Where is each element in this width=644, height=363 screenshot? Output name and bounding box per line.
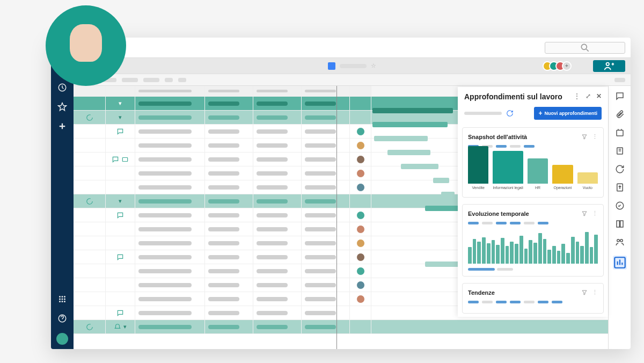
card-more-icon[interactable]: ⋮ [592, 133, 598, 141]
comment-icon[interactable] [116, 309, 124, 317]
assignee-avatar[interactable] [356, 169, 365, 178]
filter-icon[interactable] [581, 289, 588, 296]
toolbar-item[interactable] [178, 78, 186, 82]
insights-panel-icon[interactable] [613, 256, 627, 270]
snapshot-bar-chart: VenditeInformazioni legaliHROperazioniVu… [468, 152, 598, 190]
assignee-avatar[interactable] [356, 295, 365, 303]
assignee-avatar[interactable] [356, 141, 365, 150]
card-legend [468, 301, 598, 303]
insights-panel: Approfondimenti sul lavoro ⋮ ⤢ ✕ + Nuovi… [458, 87, 608, 317]
formatting-toolbar [74, 74, 631, 86]
svg-point-6 [62, 299, 63, 300]
card-more-icon[interactable]: ⋮ [592, 289, 598, 296]
right-nav-rail [608, 86, 631, 349]
publish-panel-icon[interactable] [615, 183, 625, 192]
new-insights-button[interactable]: + Nuovi approfondimenti [534, 107, 602, 120]
evolution-bar-chart [468, 229, 598, 264]
toolbar-more[interactable] [614, 78, 625, 82]
top-bar: smartsheet [74, 38, 631, 58]
comment-icon[interactable] [112, 156, 119, 163]
assignee-avatar[interactable] [356, 267, 365, 275]
proof-icon[interactable] [121, 156, 129, 163]
left-nav-rail [51, 38, 74, 349]
refresh-icon[interactable] [506, 110, 514, 117]
svg-point-7 [64, 299, 65, 300]
presence-more[interactable]: + [562, 61, 572, 71]
share-button[interactable] [593, 60, 625, 72]
svg-rect-20 [620, 221, 623, 227]
assignee-avatar[interactable] [356, 239, 365, 248]
assignee-avatar[interactable] [356, 155, 365, 164]
user-avatar-large [46, 5, 126, 86]
svg-point-9 [62, 301, 63, 302]
help-icon[interactable] [57, 314, 67, 323]
proofs-panel-icon[interactable] [615, 128, 625, 137]
attachment-icon[interactable] [86, 323, 93, 331]
svg-point-4 [64, 296, 65, 297]
svg-point-13 [606, 62, 610, 66]
svg-point-8 [59, 301, 61, 302]
update-requests-icon[interactable] [615, 164, 625, 174]
trends-card: Tendenze ⋮ [462, 283, 604, 314]
assignee-avatar[interactable] [356, 211, 365, 220]
global-search[interactable] [545, 42, 625, 54]
attachment-icon[interactable] [86, 114, 93, 121]
brandfolder-panel-icon[interactable] [615, 146, 625, 156]
card-more-icon[interactable]: ⋮ [592, 210, 598, 217]
app-window: smartsheet ☆ + [51, 38, 631, 349]
svg-rect-14 [122, 157, 127, 161]
filter-icon[interactable] [581, 133, 588, 141]
comment-icon[interactable] [116, 128, 124, 135]
insights-title: Approfondimenti sul lavoro [464, 92, 569, 101]
svg-rect-15 [617, 130, 623, 136]
svg-point-3 [62, 296, 63, 297]
svg-point-2 [59, 296, 61, 297]
more-icon[interactable]: ⋮ [574, 92, 580, 100]
toolbar-item[interactable] [165, 78, 173, 82]
svg-point-10 [64, 301, 65, 302]
svg-point-22 [620, 239, 623, 242]
expand-icon[interactable]: ⤢ [586, 92, 591, 100]
comments-panel-icon[interactable] [615, 91, 625, 101]
svg-point-12 [581, 44, 587, 49]
svg-point-21 [617, 239, 619, 242]
comment-icon[interactable] [116, 253, 124, 261]
assignee-avatar[interactable] [356, 127, 365, 136]
today-marker [336, 86, 337, 349]
filter-icon[interactable] [581, 210, 588, 217]
svg-rect-19 [617, 221, 619, 227]
subgroup-row[interactable]: ▾ [74, 320, 608, 334]
assignee-avatar[interactable] [356, 253, 365, 262]
resource-panel-icon[interactable] [615, 237, 625, 247]
assignee-avatar[interactable] [356, 183, 365, 192]
document-icon [328, 62, 335, 70]
toolbar-item[interactable] [122, 78, 138, 82]
svg-point-5 [59, 299, 61, 300]
activity-log-icon[interactable] [615, 201, 625, 210]
card-title: Tendenze [468, 289, 581, 296]
card-title: Evoluzione temporale [468, 210, 581, 217]
summary-panel-icon[interactable] [615, 219, 625, 229]
document-tab-bar: ☆ + [74, 58, 631, 74]
favorite-star-icon[interactable]: ☆ [371, 62, 376, 69]
reminder-icon[interactable] [114, 323, 121, 331]
assignee-avatar[interactable] [356, 225, 365, 234]
card-title: Snapshot dell'attività [468, 134, 581, 140]
close-icon[interactable]: ✕ [596, 92, 602, 100]
attachments-panel-icon[interactable] [615, 110, 625, 119]
apps-icon[interactable] [57, 294, 67, 304]
card-legend [468, 222, 598, 224]
snapshot-card: Snapshot dell'attività ⋮ VenditeInformaz… [462, 127, 604, 198]
toolbar-item[interactable] [143, 78, 159, 82]
presence-avatars[interactable]: + [546, 61, 572, 71]
recent-icon[interactable] [57, 83, 67, 92]
comment-icon[interactable] [116, 212, 124, 219]
assignee-avatar[interactable] [356, 281, 365, 289]
evolution-card: Evoluzione temporale ⋮ [462, 204, 604, 277]
star-icon[interactable] [57, 102, 67, 112]
user-avatar-small[interactable] [56, 333, 68, 345]
document-title-placeholder[interactable] [340, 64, 367, 68]
attachment-icon[interactable] [86, 198, 93, 205]
add-icon[interactable] [57, 121, 67, 131]
